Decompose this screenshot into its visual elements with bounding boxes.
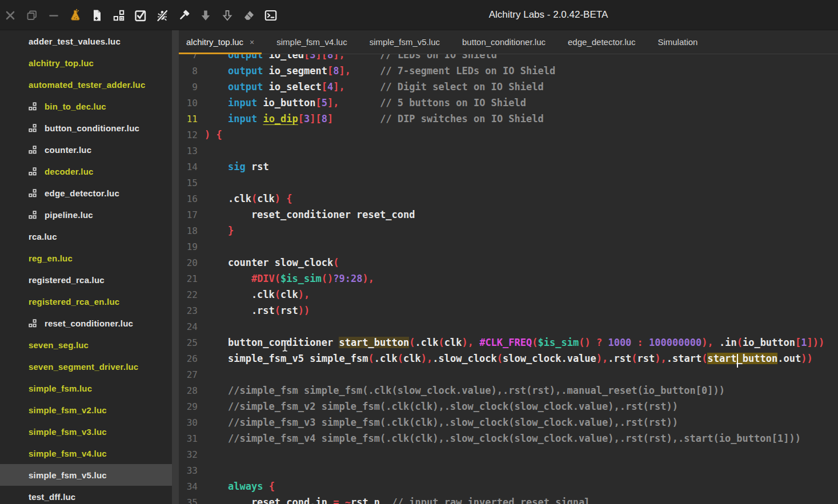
code-token: ( <box>251 193 257 204</box>
line-number: 24 <box>179 319 198 335</box>
line-number: 28 <box>179 383 198 399</box>
line-number: 13 <box>179 143 198 159</box>
sidebar-item-simple_fsm_v3-luc[interactable]: simple_fsm_v3.luc <box>0 421 179 442</box>
code-token: 4 <box>327 81 333 92</box>
code-token <box>205 481 228 492</box>
code-editor[interactable]: 7 output io_led[3][8], // LEDs on IO Shi… <box>179 54 838 504</box>
code-token: )) <box>298 305 310 316</box>
new-file-icon[interactable] <box>90 8 105 23</box>
code-token: .rst <box>608 353 631 364</box>
debug-icon[interactable] <box>155 8 170 23</box>
code-token: reset_conditioner reset_cond <box>205 209 415 220</box>
program-flash-icon[interactable] <box>198 8 213 23</box>
code-line: 31 //simple_fsm_v4 simple_fsm(.clk(clk),… <box>179 430 801 446</box>
code-text: always { <box>205 481 275 492</box>
sidebar-item-counter-luc[interactable]: counter.luc <box>0 139 179 160</box>
code-token: ( <box>368 353 374 364</box>
code-token <box>257 113 263 124</box>
code-token: output <box>228 81 263 92</box>
sidebar-item-simple_fsm_v2-luc[interactable]: simple_fsm_v2.luc <box>0 399 179 421</box>
line-number: 17 <box>179 207 198 223</box>
code-token <box>205 161 228 172</box>
program-ram-icon[interactable] <box>220 8 235 23</box>
sidebar-item-automated_tester_adder-luc[interactable]: automated_tester_adder.luc <box>0 74 179 95</box>
code-text: .rst(rst)) <box>205 305 310 316</box>
sidebar-item-edge_detector-luc[interactable]: edge_detector.luc <box>0 182 179 204</box>
module-icon <box>29 211 38 219</box>
add-component-icon[interactable] <box>111 8 126 23</box>
sidebar-item-simple_fsm_v5-luc[interactable]: simple_fsm_v5.luc <box>0 464 179 486</box>
file-name: button_conditioner.luc <box>45 123 139 133</box>
code-token: clk <box>257 193 275 204</box>
sidebar-item-pipeline-luc[interactable]: pipeline.luc <box>0 204 179 225</box>
code-token: $is_sim <box>538 337 579 348</box>
sidebar-item-button_conditioner-luc[interactable]: button_conditioner.luc <box>0 117 179 139</box>
sidebar-item-rca-luc[interactable]: rca.luc <box>0 225 179 247</box>
sidebar-item-registered_rca-luc[interactable]: registered_rca.luc <box>0 269 179 291</box>
tab-simple_fsm_v5-luc[interactable]: simple_fsm_v5.luc <box>362 30 447 54</box>
code-text: output io_led[3][8], // LEDs on IO Shiel… <box>205 54 497 61</box>
line-number: 20 <box>179 255 198 271</box>
module-icon <box>29 124 38 132</box>
sidebar-item-test_dff-luc[interactable]: test_dff.luc <box>0 486 179 504</box>
code-token <box>205 97 228 108</box>
sidebar-item-registered_rca_en-luc[interactable]: registered_rca_en.luc <box>0 291 179 312</box>
code-token: clk <box>403 353 421 364</box>
build-icon[interactable] <box>177 8 191 23</box>
sidebar-item-adder_test_values-luc[interactable]: adder_test_values.luc <box>0 30 179 52</box>
line-number: 35 <box>179 495 198 504</box>
sidebar-item-bin_to_dec-luc[interactable]: bin_to_dec.luc <box>0 95 179 117</box>
sidebar-scrollbar[interactable] <box>172 30 179 504</box>
code-token: ) <box>205 129 210 140</box>
code-line: 10 input io_button[5], // 5 buttons on I… <box>179 95 526 111</box>
erase-icon[interactable] <box>242 8 256 23</box>
file-name: registered_rca.luc <box>29 275 105 285</box>
close-icon[interactable] <box>3 8 18 23</box>
terminal-icon[interactable] <box>263 8 278 23</box>
code-token: #CLK_FREQ <box>479 337 532 348</box>
code-token: ( <box>532 337 538 348</box>
line-number: 9 <box>179 79 198 95</box>
tab-edge_detector-luc[interactable]: edge_detector.luc <box>560 30 643 54</box>
file-name: alchitry_top.luc <box>29 58 94 68</box>
tab-alchitry_top-luc[interactable]: alchitry_top.luc× <box>179 30 262 54</box>
code-token <box>474 337 479 348</box>
sidebar-item-seven_segment_driver-luc[interactable]: seven_segment_driver.luc <box>0 356 179 377</box>
code-token: ) <box>275 193 280 204</box>
minimize-icon[interactable] <box>46 8 61 23</box>
code-token: ), <box>655 353 666 364</box>
tab-close-icon[interactable]: × <box>250 38 254 46</box>
file-name: simple_fsm_v5.luc <box>29 470 107 480</box>
code-token: 8 <box>333 65 339 76</box>
sidebar-item-reg_en-luc[interactable]: reg_en.luc <box>0 247 179 269</box>
check-project-icon[interactable] <box>133 8 148 23</box>
sidebar-item-reset_conditioner-luc[interactable]: reset_conditioner.luc <box>0 312 179 334</box>
tab-Simulation[interactable]: Simulation <box>650 30 705 54</box>
line-number: 7 <box>179 54 198 63</box>
code-token <box>602 337 608 348</box>
code-token: .clk <box>205 193 251 204</box>
code-token <box>339 497 344 504</box>
code-line: 19 <box>179 239 205 255</box>
code-text: reset_conditioner reset_cond <box>205 209 415 220</box>
sidebar-item-alchitry_top-luc[interactable]: alchitry_top.luc <box>0 52 179 74</box>
tab-button_conditioner-luc[interactable]: button_conditioner.luc <box>455 30 553 54</box>
code-token: simple_fsm_v5 simple_fsm <box>205 353 368 364</box>
alchitry-flask-icon[interactable] <box>68 8 83 23</box>
code-token: 3 <box>310 54 315 61</box>
title-bar: Alchitry Labs - 2.0.42-BETA <box>0 0 838 30</box>
code-token: ], <box>339 65 350 76</box>
sidebar-item-decoder-luc[interactable]: decoder.luc <box>0 160 179 182</box>
sidebar-item-simple_fsm_v4-luc[interactable]: simple_fsm_v4.luc <box>0 442 179 464</box>
sidebar-item-simple_fsm-luc[interactable]: simple_fsm.luc <box>0 377 179 399</box>
file-tree-sidebar[interactable]: adder_test_values.lucalchitry_top.lucaut… <box>0 30 179 504</box>
code-line: 16 .clk(clk) { <box>179 191 292 207</box>
code-token: //simple_fsm_v4 simple_fsm(.clk(clk),.sl… <box>205 433 801 444</box>
code-token: ] <box>327 113 333 124</box>
sidebar-item-seven_seg-luc[interactable]: seven_seg.luc <box>0 334 179 356</box>
code-token: io_button <box>257 97 315 108</box>
tab-simple_fsm_v4-luc[interactable]: simple_fsm_v4.luc <box>269 30 354 54</box>
code-token: = <box>333 497 339 504</box>
code-token: ( <box>275 289 280 300</box>
restore-window-icon[interactable] <box>25 8 39 23</box>
